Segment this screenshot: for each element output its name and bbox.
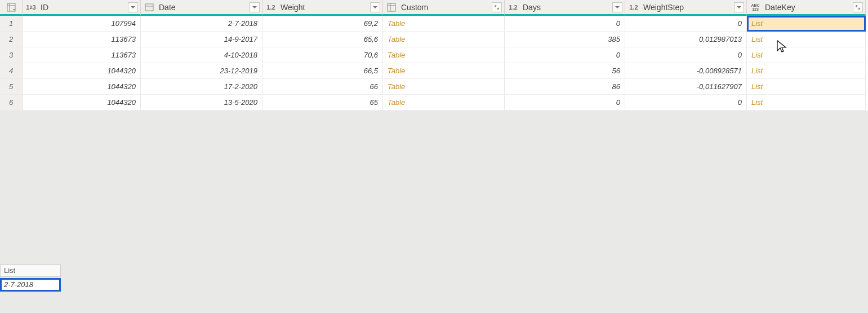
column-name: WeightStep [641, 3, 734, 12]
cell-date[interactable]: 23-12-2019 [141, 63, 262, 79]
cell-custom[interactable]: Table [383, 63, 505, 79]
cell-weight[interactable]: 70,6 [262, 47, 383, 63]
column-header-date[interactable]: Date [141, 0, 262, 16]
cell-datekey[interactable]: List [747, 32, 866, 47]
column-header-days[interactable]: 1.2 Days [505, 0, 625, 16]
cell-days[interactable]: 56 [505, 63, 625, 79]
row-number[interactable]: 2 [0, 32, 23, 47]
cell-days[interactable]: 385 [505, 32, 625, 47]
cell-datekey[interactable]: List [747, 47, 866, 63]
cell-custom[interactable]: Table [383, 47, 505, 63]
data-grid: 123 ID Date 1.2 Weight Custom 1.2 Days 1… [0, 0, 868, 111]
expand-column-icon[interactable] [853, 2, 863, 12]
cell-weightstep[interactable]: -0,011627907 [625, 79, 747, 95]
row-number[interactable]: 4 [0, 63, 23, 79]
preview-title: List [0, 264, 61, 277]
filter-dropdown-icon[interactable] [250, 2, 260, 12]
decimal-type-icon: 1.2 [629, 2, 639, 12]
column-header-custom[interactable]: Custom [383, 0, 505, 16]
cell-weight[interactable]: 65,6 [262, 32, 383, 47]
svg-marker-3 [13, 9, 15, 11]
table-row: 4 1044320 23-12-2019 66,5 Table 56 -0,00… [0, 63, 868, 79]
cell-id[interactable]: 113673 [23, 47, 141, 63]
table-row: 3 113673 4-10-2018 70,6 Table 0 0 List [0, 47, 868, 63]
cell-days[interactable]: 0 [505, 95, 625, 111]
expand-column-icon[interactable] [492, 2, 502, 12]
cell-weightstep[interactable]: 0,012987013 [625, 32, 747, 47]
svg-marker-9 [252, 6, 257, 8]
column-header-row: 123 ID Date 1.2 Weight Custom 1.2 Days 1… [0, 0, 868, 16]
cell-weight[interactable]: 65 [262, 95, 383, 111]
cell-custom[interactable]: Table [383, 32, 505, 47]
cell-datekey[interactable]: List [747, 16, 866, 32]
filter-dropdown-icon[interactable] [612, 2, 622, 12]
column-name: Date [157, 3, 250, 12]
cell-date[interactable]: 2-7-2018 [141, 16, 262, 32]
cell-days[interactable]: 0 [505, 47, 625, 63]
svg-rect-5 [145, 4, 153, 11]
column-name: Custom [399, 3, 492, 12]
cell-date[interactable]: 17-2-2020 [141, 79, 262, 95]
column-name: ID [38, 3, 128, 12]
svg-marker-4 [131, 6, 135, 8]
cell-weight[interactable]: 66 [262, 79, 383, 95]
cell-weight[interactable]: 66,5 [262, 63, 383, 79]
cell-weightstep[interactable]: 0 [625, 16, 747, 32]
column-header-weight[interactable]: 1.2 Weight [262, 0, 383, 16]
any-type-icon: ABC123 [750, 2, 760, 12]
column-name: Days [520, 3, 612, 12]
cell-id[interactable]: 1044320 [23, 63, 141, 79]
cell-custom[interactable]: Table [383, 16, 505, 32]
cell-weightstep[interactable]: -0,008928571 [625, 63, 747, 79]
row-number[interactable]: 3 [0, 47, 23, 63]
cell-datekey[interactable]: List [747, 63, 866, 79]
filter-dropdown-icon[interactable] [370, 2, 380, 12]
cell-days[interactable]: 0 [505, 16, 625, 32]
cell-id[interactable]: 113673 [23, 32, 141, 47]
decimal-type-icon: 1.2 [508, 2, 518, 12]
row-number[interactable]: 6 [0, 95, 23, 111]
cell-days[interactable]: 86 [505, 79, 625, 95]
cell-datekey[interactable]: List [747, 79, 866, 95]
svg-marker-10 [373, 6, 377, 8]
table-options-button[interactable] [0, 0, 23, 16]
cell-id[interactable]: 1044320 [23, 79, 141, 95]
column-header-id[interactable]: 123 ID [23, 0, 141, 16]
cell-date[interactable]: 13-5-2020 [141, 95, 262, 111]
filter-dropdown-icon[interactable] [734, 2, 744, 12]
column-header-weightstep[interactable]: 1.2 WeightStep [625, 0, 747, 16]
row-number[interactable]: 5 [0, 79, 23, 95]
cell-weight[interactable]: 69,2 [262, 16, 383, 32]
cell-id[interactable]: 107994 [23, 16, 141, 32]
cell-date[interactable]: 14-9-2017 [141, 32, 262, 47]
cell-weightstep[interactable]: 0 [625, 95, 747, 111]
table-row: 1 107994 2-7-2018 69,2 Table 0 0 List [0, 16, 868, 32]
filter-dropdown-icon[interactable] [128, 2, 138, 12]
table-row: 6 1044320 13-5-2020 65 Table 0 0 List [0, 95, 868, 111]
cell-custom[interactable]: Table [383, 79, 505, 95]
svg-rect-11 [388, 3, 395, 11]
table-type-icon [386, 2, 397, 12]
cell-datekey[interactable]: List [747, 95, 866, 111]
cell-weightstep[interactable]: 0 [625, 47, 747, 63]
date-type-icon [144, 2, 154, 12]
svg-marker-15 [737, 6, 741, 8]
column-header-datekey[interactable]: ABC123 DateKey [747, 0, 866, 16]
cell-id[interactable]: 1044320 [23, 95, 141, 111]
preview-value[interactable]: 2-7-2018 [0, 278, 61, 292]
table-row: 5 1044320 17-2-2020 66 Table 86 -0,01162… [0, 79, 868, 95]
cell-custom[interactable]: Table [383, 95, 505, 111]
decimal-type-icon: 1.2 [266, 2, 276, 12]
row-number[interactable]: 1 [0, 16, 23, 32]
svg-marker-14 [615, 6, 620, 8]
column-name: DateKey [763, 3, 853, 12]
table-row: 2 113673 14-9-2017 65,6 Table 385 0,0129… [0, 32, 868, 47]
int-type-icon: 123 [26, 2, 36, 12]
cell-preview-panel: List 2-7-2018 [0, 264, 61, 292]
column-name: Weight [278, 3, 370, 12]
cell-date[interactable]: 4-10-2018 [141, 47, 262, 63]
